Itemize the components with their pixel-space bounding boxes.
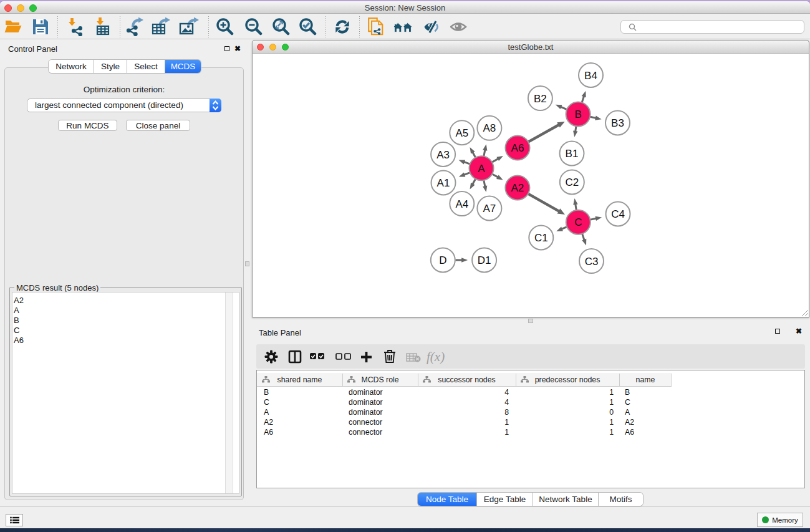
svg-text:B: B — [574, 109, 581, 120]
svg-text:A3: A3 — [436, 149, 450, 161]
svg-text:C: C — [574, 216, 582, 228]
svg-text:C1: C1 — [534, 232, 548, 244]
svg-text:A7: A7 — [483, 203, 496, 215]
svg-text:A4: A4 — [455, 198, 468, 210]
svg-text:B4: B4 — [584, 70, 597, 82]
svg-text:A1: A1 — [437, 177, 450, 189]
svg-text:C2: C2 — [565, 177, 579, 188]
svg-text:C4: C4 — [611, 208, 625, 220]
svg-text:A5: A5 — [455, 127, 468, 139]
svg-text:A6: A6 — [511, 142, 524, 154]
svg-text:D: D — [439, 254, 446, 266]
svg-text:A: A — [478, 163, 485, 175]
svg-text:C3: C3 — [585, 256, 599, 268]
svg-text:A8: A8 — [483, 122, 496, 134]
svg-text:B3: B3 — [611, 117, 624, 129]
svg-text:D1: D1 — [478, 254, 491, 266]
svg-text:A2: A2 — [511, 182, 524, 194]
svg-text:B1: B1 — [566, 148, 579, 160]
svg-text:B2: B2 — [534, 93, 547, 105]
